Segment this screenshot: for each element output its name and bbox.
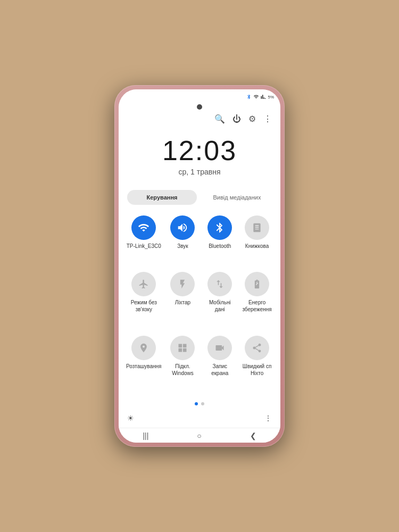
bottom-bar: ☀ ⋮ [119,409,280,428]
camera-dot [197,104,202,110]
tile-windows[interactable]: Підкл. Windows [167,336,199,394]
tile-wifi[interactable]: TP-Link_E3C0 [126,215,162,267]
battery-circle [245,272,269,296]
search-icon[interactable]: 🔍 [214,114,225,124]
page-dots [119,399,280,409]
clock-date: ср, 1 травня [119,168,280,176]
phone-device: 5% 🔍 ⏻ ⚙ ⋮ 12:03 ср, 1 травня Керування … [114,85,285,447]
bluetooth-status-icon [246,94,252,99]
status-bar: 5% [119,89,280,104]
torch-label: Ліхтар [175,299,190,306]
tabs-row: Керування Вивід медіаданих [119,185,280,210]
location-circle [131,336,156,360]
quickshare-circle [245,336,269,360]
bluetooth-icon [214,222,226,234]
screenrecord-icon [214,343,225,353]
tile-quickshare[interactable]: Швидкий сп Ніхто [241,336,273,394]
settings-icon[interactable]: ⚙ [248,114,256,124]
book-circle [245,215,269,240]
quickshare-icon [252,343,262,353]
wifi-status-icon [253,94,259,99]
airplane-icon [138,279,149,289]
mobiledata-label: Мобільні дані [204,299,236,313]
book-label: Книжкова [245,243,269,250]
tile-mobiledata[interactable]: Мобільні дані [204,272,236,330]
dot-2 [201,402,204,405]
home-icon[interactable]: ○ [197,431,201,440]
dot-1 [195,402,198,405]
tile-battery[interactable]: Енерго збереження [241,272,273,330]
signal-status-icon [261,94,266,99]
airplane-circle [131,272,156,296]
battery-text: 5% [268,95,274,99]
tile-torch[interactable]: Ліхтар [167,272,199,330]
camera-area [119,104,280,112]
tile-airplane[interactable]: Режим без зв'язку [126,272,162,330]
status-icons: 5% [246,94,274,99]
bluetooth-label: Bluetooth [209,243,231,250]
torch-circle [170,272,195,296]
windows-label: Підкл. Windows [167,363,199,377]
brightness-icon[interactable]: ☀ [127,414,134,422]
phone-screen: 5% 🔍 ⏻ ⚙ ⋮ 12:03 ср, 1 травня Керування … [119,89,280,443]
top-action-bar: 🔍 ⏻ ⚙ ⋮ [119,112,280,126]
tile-location[interactable]: Розташування [126,336,162,394]
bluetooth-circle [207,215,232,240]
screenrecord-circle [207,336,232,360]
quickshare-label: Швидкий сп Ніхто [241,363,273,377]
back-icon[interactable]: ❮ [250,431,256,440]
nav-bar: ||| ○ ❮ [119,428,280,443]
windows-circle [170,336,195,360]
power-icon[interactable]: ⏻ [232,114,241,124]
wifi-circle [131,215,156,240]
recent-apps-icon[interactable]: ||| [143,431,148,440]
windows-icon [177,343,188,353]
tile-bluetooth[interactable]: Bluetooth [204,215,236,267]
bottom-more-icon[interactable]: ⋮ [264,414,272,422]
tile-sound[interactable]: Звук [167,215,199,267]
tile-book[interactable]: Книжкова [241,215,273,267]
location-icon [138,343,149,353]
mobiledata-icon [214,279,225,289]
battery-icon [252,279,262,289]
tile-screenrecord[interactable]: Запис екрана [204,336,236,394]
wifi-icon [138,222,149,234]
sound-icon [177,222,188,234]
location-label: Розташування [126,363,162,370]
quick-settings-grid: TP-Link_E3C0 Звук Bluetooth [119,210,280,399]
wifi-label: TP-Link_E3C0 [127,243,161,250]
airplane-label: Режим без зв'язку [126,299,162,313]
book-icon [252,222,262,233]
sound-circle [170,215,195,240]
torch-icon [177,279,188,289]
battery-label: Енерго збереження [241,299,273,313]
more-icon[interactable]: ⋮ [263,114,272,124]
screenrecord-label: Запис екрана [204,363,236,377]
clock-time: 12:03 [119,137,280,164]
tab-keruvanna[interactable]: Керування [127,190,197,205]
clock-section: 12:03 ср, 1 травня [119,126,280,185]
tab-media[interactable]: Вивід медіаданих [202,190,272,205]
sound-label: Звук [177,243,188,250]
mobiledata-circle [207,272,232,296]
